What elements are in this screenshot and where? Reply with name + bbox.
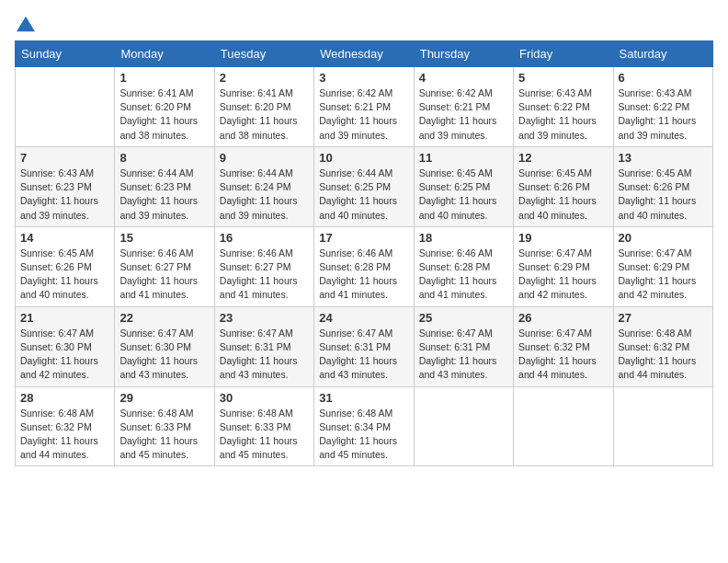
page-header: [15, 15, 713, 33]
day-cell: 24Sunrise: 6:47 AMSunset: 6:31 PMDayligh…: [314, 306, 414, 386]
weekday-header-thursday: Thursday: [414, 41, 513, 67]
day-info: Sunrise: 6:45 AMSunset: 6:25 PMDaylight:…: [419, 167, 508, 223]
day-number: 21: [20, 311, 109, 325]
day-info: Sunrise: 6:41 AMSunset: 6:20 PMDaylight:…: [119, 86, 209, 143]
weekday-header-row: SundayMondayTuesdayWednesdayThursdayFrid…: [16, 41, 713, 67]
day-info: Sunrise: 6:47 AMSunset: 6:32 PMDaylight:…: [518, 327, 608, 383]
day-cell: 20Sunrise: 6:47 AMSunset: 6:29 PMDayligh…: [613, 226, 712, 306]
day-cell: [414, 386, 513, 466]
day-cell: 15Sunrise: 6:46 AMSunset: 6:27 PMDayligh…: [115, 226, 214, 306]
day-number: 31: [319, 391, 408, 405]
day-cell: 27Sunrise: 6:48 AMSunset: 6:32 PMDayligh…: [613, 306, 712, 386]
day-number: 13: [619, 151, 708, 165]
day-cell: 30Sunrise: 6:48 AMSunset: 6:33 PMDayligh…: [214, 386, 313, 466]
day-number: 26: [518, 311, 608, 325]
day-info: Sunrise: 6:47 AMSunset: 6:29 PMDaylight:…: [518, 247, 608, 303]
day-number: 10: [319, 151, 408, 165]
day-info: Sunrise: 6:41 AMSunset: 6:20 PMDaylight:…: [220, 86, 309, 143]
day-cell: 9Sunrise: 6:44 AMSunset: 6:24 PMDaylight…: [214, 146, 313, 226]
day-number: 9: [220, 151, 309, 165]
calendar-table: SundayMondayTuesdayWednesdayThursdayFrid…: [15, 40, 713, 466]
week-row-1: 1Sunrise: 6:41 AMSunset: 6:20 PMDaylight…: [16, 67, 713, 147]
weekday-header-saturday: Saturday: [613, 41, 712, 67]
day-cell: 25Sunrise: 6:47 AMSunset: 6:31 PMDayligh…: [414, 306, 513, 386]
day-number: 29: [119, 391, 209, 405]
week-row-2: 7Sunrise: 6:43 AMSunset: 6:23 PMDaylight…: [16, 146, 713, 226]
weekday-header-wednesday: Wednesday: [314, 41, 414, 67]
day-number: 7: [20, 151, 109, 165]
day-number: 11: [419, 151, 508, 165]
day-info: Sunrise: 6:44 AMSunset: 6:24 PMDaylight:…: [220, 167, 309, 223]
week-row-4: 21Sunrise: 6:47 AMSunset: 6:30 PMDayligh…: [16, 306, 713, 386]
day-info: Sunrise: 6:48 AMSunset: 6:32 PMDaylight:…: [20, 407, 109, 463]
day-info: Sunrise: 6:47 AMSunset: 6:31 PMDaylight:…: [419, 327, 508, 383]
logo: [15, 15, 35, 33]
day-cell: 13Sunrise: 6:45 AMSunset: 6:26 PMDayligh…: [613, 146, 712, 226]
day-cell: [514, 386, 613, 466]
day-cell: 14Sunrise: 6:45 AMSunset: 6:26 PMDayligh…: [16, 226, 115, 306]
day-cell: 4Sunrise: 6:42 AMSunset: 6:21 PMDaylight…: [414, 67, 513, 147]
day-info: Sunrise: 6:46 AMSunset: 6:28 PMDaylight:…: [419, 247, 508, 303]
day-cell: 3Sunrise: 6:42 AMSunset: 6:21 PMDaylight…: [314, 67, 414, 147]
day-cell: 21Sunrise: 6:47 AMSunset: 6:30 PMDayligh…: [16, 306, 115, 386]
day-number: 12: [518, 151, 608, 165]
day-cell: 16Sunrise: 6:46 AMSunset: 6:27 PMDayligh…: [214, 226, 313, 306]
day-info: Sunrise: 6:45 AMSunset: 6:26 PMDaylight:…: [518, 167, 608, 223]
logo-icon: [17, 15, 35, 33]
weekday-header-sunday: Sunday: [16, 41, 115, 67]
day-cell: [613, 386, 712, 466]
day-cell: [16, 67, 115, 147]
day-cell: 23Sunrise: 6:47 AMSunset: 6:31 PMDayligh…: [214, 306, 313, 386]
day-info: Sunrise: 6:46 AMSunset: 6:27 PMDaylight:…: [220, 247, 309, 303]
day-info: Sunrise: 6:43 AMSunset: 6:23 PMDaylight:…: [20, 167, 109, 223]
day-number: 14: [20, 231, 109, 245]
day-number: 2: [220, 71, 309, 85]
week-row-5: 28Sunrise: 6:48 AMSunset: 6:32 PMDayligh…: [16, 386, 713, 466]
day-cell: 12Sunrise: 6:45 AMSunset: 6:26 PMDayligh…: [514, 146, 613, 226]
day-info: Sunrise: 6:48 AMSunset: 6:33 PMDaylight:…: [220, 407, 309, 463]
day-cell: 5Sunrise: 6:43 AMSunset: 6:22 PMDaylight…: [514, 67, 613, 147]
svg-marker-0: [17, 17, 35, 32]
day-cell: 2Sunrise: 6:41 AMSunset: 6:20 PMDaylight…: [214, 67, 313, 147]
day-number: 1: [119, 71, 209, 85]
day-number: 28: [20, 391, 109, 405]
day-info: Sunrise: 6:43 AMSunset: 6:22 PMDaylight:…: [518, 86, 608, 143]
day-info: Sunrise: 6:42 AMSunset: 6:21 PMDaylight:…: [419, 86, 508, 143]
day-cell: 17Sunrise: 6:46 AMSunset: 6:28 PMDayligh…: [314, 226, 414, 306]
day-info: Sunrise: 6:46 AMSunset: 6:27 PMDaylight:…: [119, 247, 209, 303]
day-number: 22: [119, 311, 209, 325]
day-info: Sunrise: 6:48 AMSunset: 6:32 PMDaylight:…: [619, 327, 708, 383]
day-number: 6: [619, 71, 708, 85]
day-cell: 26Sunrise: 6:47 AMSunset: 6:32 PMDayligh…: [514, 306, 613, 386]
day-number: 20: [619, 231, 708, 245]
day-info: Sunrise: 6:44 AMSunset: 6:25 PMDaylight:…: [319, 167, 408, 223]
day-cell: 19Sunrise: 6:47 AMSunset: 6:29 PMDayligh…: [514, 226, 613, 306]
day-cell: 8Sunrise: 6:44 AMSunset: 6:23 PMDaylight…: [115, 146, 214, 226]
day-info: Sunrise: 6:42 AMSunset: 6:21 PMDaylight:…: [319, 86, 408, 143]
day-number: 5: [518, 71, 608, 85]
day-cell: 1Sunrise: 6:41 AMSunset: 6:20 PMDaylight…: [115, 67, 214, 147]
day-number: 23: [220, 311, 309, 325]
day-cell: 10Sunrise: 6:44 AMSunset: 6:25 PMDayligh…: [314, 146, 414, 226]
day-cell: 22Sunrise: 6:47 AMSunset: 6:30 PMDayligh…: [115, 306, 214, 386]
weekday-header-tuesday: Tuesday: [214, 41, 313, 67]
day-number: 8: [119, 151, 209, 165]
day-cell: 28Sunrise: 6:48 AMSunset: 6:32 PMDayligh…: [16, 386, 115, 466]
day-number: 25: [419, 311, 508, 325]
day-info: Sunrise: 6:45 AMSunset: 6:26 PMDaylight:…: [619, 167, 708, 223]
day-cell: 11Sunrise: 6:45 AMSunset: 6:25 PMDayligh…: [414, 146, 513, 226]
day-cell: 7Sunrise: 6:43 AMSunset: 6:23 PMDaylight…: [16, 146, 115, 226]
week-row-3: 14Sunrise: 6:45 AMSunset: 6:26 PMDayligh…: [16, 226, 713, 306]
day-info: Sunrise: 6:45 AMSunset: 6:26 PMDaylight:…: [20, 247, 109, 303]
day-number: 19: [518, 231, 608, 245]
weekday-header-friday: Friday: [514, 41, 613, 67]
day-info: Sunrise: 6:47 AMSunset: 6:29 PMDaylight:…: [619, 247, 708, 303]
day-number: 15: [119, 231, 209, 245]
day-cell: 29Sunrise: 6:48 AMSunset: 6:33 PMDayligh…: [115, 386, 214, 466]
day-number: 27: [619, 311, 708, 325]
day-info: Sunrise: 6:48 AMSunset: 6:33 PMDaylight:…: [119, 407, 209, 463]
day-number: 3: [319, 71, 408, 85]
day-number: 30: [220, 391, 309, 405]
day-info: Sunrise: 6:46 AMSunset: 6:28 PMDaylight:…: [319, 247, 408, 303]
day-number: 4: [419, 71, 508, 85]
